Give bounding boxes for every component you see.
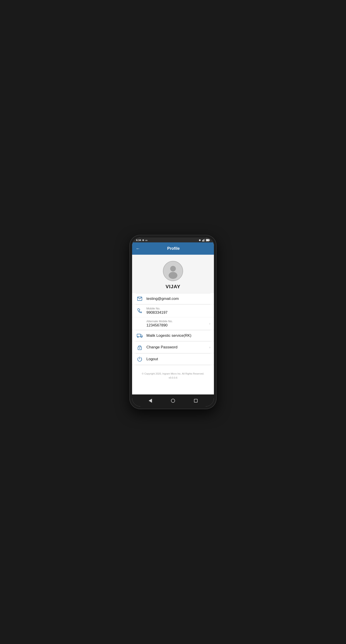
- alt-mobile-chevron: ›: [209, 322, 210, 325]
- svg-point-15: [139, 348, 140, 348]
- nav-back-button[interactable]: [146, 397, 154, 405]
- svg-rect-6: [209, 240, 210, 241]
- avatar-section: VIJAY: [132, 255, 214, 293]
- status-bar: 6:34 ⚙ ▭: [132, 238, 214, 242]
- status-time: 6:34: [136, 239, 141, 242]
- battery-icon: [206, 239, 210, 242]
- avatar: [163, 261, 183, 281]
- user-name: VIJAY: [166, 284, 181, 290]
- nav-recent-icon: [194, 399, 198, 402]
- version-text: v0.0.0.6: [136, 376, 210, 380]
- avatar-image: [165, 263, 181, 279]
- alt-mobile-content: Alternate Mobile No. 1234567890: [146, 320, 209, 328]
- footer: © Copyright 2020, Ingram Micro Inc. All …: [132, 365, 214, 384]
- mobile-label: Mobile No.: [146, 307, 210, 310]
- app-bar: ← Profile: [132, 242, 214, 255]
- main-content: VIJAY testing@gmail.com: [132, 255, 214, 394]
- svg-marker-0: [198, 239, 201, 241]
- phone-rows: Mobile No. 9908334197 Alternate Mobile N…: [132, 304, 214, 330]
- status-left: 6:34 ⚙ ▭: [136, 239, 147, 242]
- alt-mobile-value: 1234567890: [146, 323, 209, 328]
- back-button[interactable]: ←: [136, 246, 142, 252]
- svg-point-13: [141, 336, 142, 338]
- sim-icon: ▭: [145, 239, 147, 242]
- nav-home-button[interactable]: [169, 397, 177, 405]
- email-icon: [136, 297, 144, 301]
- alt-mobile-row[interactable]: Alternate Mobile No. 1234567890 ›: [132, 317, 214, 330]
- email-row[interactable]: testing@gmail.com: [132, 294, 214, 304]
- nav-recent-button[interactable]: [192, 397, 200, 405]
- mobile-value: 9908334197: [146, 310, 210, 315]
- svg-rect-7: [206, 240, 209, 241]
- svg-rect-3: [204, 239, 204, 242]
- phone-screen: 6:34 ⚙ ▭: [132, 238, 214, 406]
- svg-rect-2: [203, 240, 203, 242]
- email-value: testing@gmail.com: [146, 296, 179, 301]
- change-password-row[interactable]: Change Password ›: [132, 342, 214, 353]
- signal-icon: [202, 239, 205, 242]
- wifi-icon: [198, 239, 201, 242]
- alt-mobile-label: Alternate Mobile No.: [146, 320, 209, 323]
- mobile-content: Mobile No. 9908334197: [146, 307, 210, 315]
- page-title: Profile: [142, 246, 205, 251]
- mobile-row: Mobile No. 9908334197: [132, 304, 214, 317]
- email-content: testing@gmail.com: [146, 296, 210, 301]
- profile-list: testing@gmail.com Mobile No.: [132, 294, 214, 394]
- svg-point-12: [137, 336, 139, 338]
- logout-content: Logout: [146, 357, 210, 361]
- nav-bar: [132, 394, 214, 406]
- status-right: [198, 239, 210, 242]
- logout-row[interactable]: Logout: [132, 354, 214, 365]
- change-password-chevron: ›: [209, 346, 210, 349]
- settings-icon: ⚙: [142, 239, 144, 242]
- company-row[interactable]: Malik Logestic service(RK): [132, 330, 214, 341]
- change-password-label: Change Password: [146, 345, 177, 349]
- phone-icon: [136, 308, 144, 313]
- lock-icon: [136, 344, 144, 350]
- svg-rect-4: [204, 239, 205, 242]
- company-content: Malik Logestic service(RK): [146, 334, 210, 338]
- company-value: Malik Logestic service(RK): [146, 334, 191, 338]
- logout-label: Logout: [146, 357, 158, 361]
- svg-point-8: [170, 266, 176, 272]
- nav-home-icon: [171, 399, 175, 403]
- nav-back-icon: [149, 399, 152, 403]
- copyright-text: © Copyright 2020, Ingram Micro Inc. All …: [136, 372, 210, 376]
- truck-icon: [136, 334, 144, 338]
- svg-point-9: [169, 272, 177, 279]
- phone-shell: 6:34 ⚙ ▭: [129, 235, 217, 409]
- svg-rect-1: [202, 240, 203, 242]
- power-icon: [136, 357, 144, 362]
- change-password-content: Change Password: [146, 345, 209, 350]
